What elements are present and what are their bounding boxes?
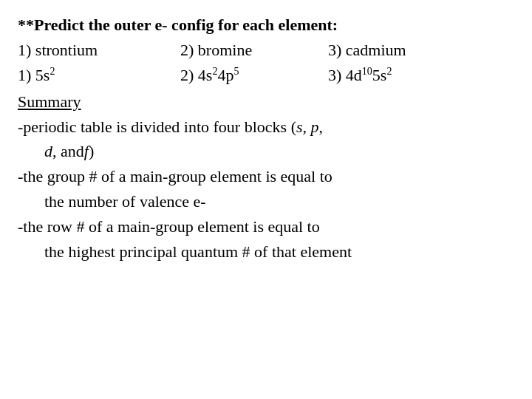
bullet3-line2: the highest principal quantum # of that … [18,240,514,264]
bullet1-line2: d, and f) [18,140,514,163]
bullet1-comma1: , [303,117,311,136]
cadmium-config-sup1: 10 [362,65,372,76]
bullet1-and: , and [52,140,84,163]
strontium-label: 1) strontium [18,38,180,62]
bullet1-s: s [296,117,303,136]
bullet1-text1: -periodic table is divided into four blo… [18,115,514,139]
cadmium-config-sup2: 2 [386,65,392,76]
bullet2-text2: the number of valence e- [44,190,206,214]
bullet1-d: d [44,140,52,163]
cadmium-config-prefix: 3) 4d [328,66,362,84]
bullet3-text2: the highest principal quantum # of that … [44,240,352,264]
bullet2-line1: -the group # of a main-group element is … [18,165,514,188]
cadmium-config-mid: 5s [372,66,387,84]
summary-section: Summary -periodic table is divided into … [18,90,514,264]
strontium-config-base: 1) 5s [18,66,50,84]
strontium-config: 1) 5s2 [18,64,180,87]
bromine-config-mid: 4p [217,66,233,84]
elements-row1: 1) strontium 2) bromine 3) cadmium [18,38,514,62]
title-line: **Predict the outer e- config for each e… [18,13,514,37]
bromine-label: 2) bromine [180,38,328,62]
summary-heading: Summary [18,92,81,111]
bromine-config-base1: 2) 4s [180,66,212,84]
bullet2-line2: the number of valence e- [18,190,514,214]
summary-heading-line: Summary [18,90,514,114]
bullet1-prefix: -periodic table is divided into four blo… [18,117,296,136]
cadmium-config: 3) 4d105s2 [328,64,461,87]
cadmium-label: 3) cadmium [328,38,461,62]
strontium-config-sup: 2 [50,65,55,76]
bullet3-line1: -the row # of a main-group element is eq… [18,215,514,239]
title-text: **Predict the outer e- config for each e… [18,16,338,34]
bullet1-comma2: , [319,117,324,136]
bromine-config-sup2: 5 [233,65,239,76]
bullet2-text1: -the group # of a main-group element is … [18,165,332,188]
configs-row2: 1) 5s2 2) 4s24p5 3) 4d105s2 [18,64,514,87]
bullet1-line1: -periodic table is divided into four blo… [18,115,514,139]
bullet1-p: p [311,117,319,136]
bromine-config: 2) 4s24p5 [180,64,328,87]
bullet1-close: ) [89,140,94,163]
main-content: **Predict the outer e- config for each e… [0,0,532,279]
bullet3-text1: -the row # of a main-group element is eq… [18,215,320,239]
